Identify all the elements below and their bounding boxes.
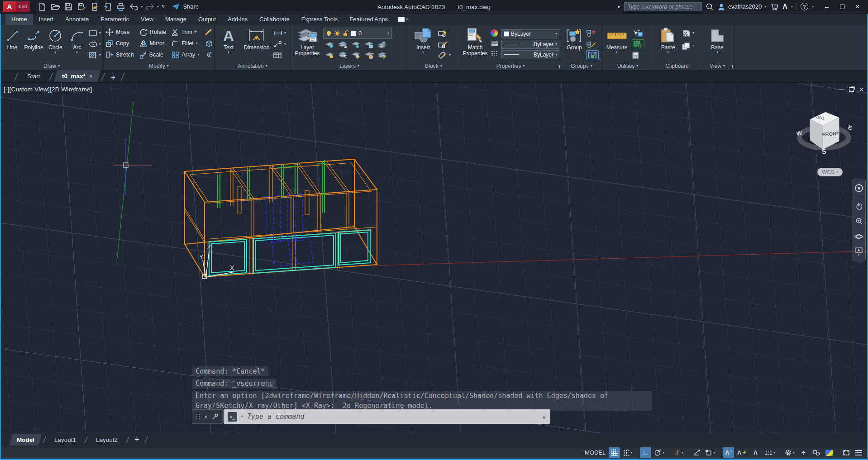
polyline-button[interactable]: Polyline — [24, 27, 44, 62]
panel-label-view[interactable]: View▾ — [700, 62, 734, 70]
circle-dropdown[interactable]: ▾ — [54, 51, 56, 54]
tab-express-tools[interactable]: Express Tools — [296, 14, 344, 25]
object-color-dropdown[interactable]: ByLayer ▾ — [501, 29, 559, 38]
panel-label-utilities[interactable]: Utilities▾ — [601, 62, 654, 70]
show-motion-icon[interactable]: ▾ — [853, 245, 864, 259]
insert-dropdown[interactable]: ▾ — [422, 51, 424, 54]
tab-output[interactable]: Output — [192, 14, 222, 25]
panel-label-groups[interactable]: Groups▾ — [562, 62, 601, 70]
tab-layout2[interactable]: Layout2 — [90, 434, 124, 446]
layer-properties-button[interactable]: Layer Properties — [293, 27, 321, 62]
layer-freeze-button[interactable] — [349, 40, 362, 49]
wcs-dropdown[interactable]: WCS ▿ — [817, 168, 843, 176]
ribbon-display-toggle[interactable]: ▾ — [398, 14, 408, 25]
ortho-mode-toggle[interactable]: ∟ — [640, 447, 651, 458]
tab-parametric[interactable]: Parametric — [95, 14, 135, 25]
rectangle-button[interactable]: ▾ — [89, 28, 101, 38]
panel-label-block[interactable]: Block▾ — [408, 62, 459, 70]
scale-button[interactable]: Scale — [139, 50, 167, 60]
table-button[interactable] — [273, 50, 286, 60]
save-as-button[interactable] — [76, 1, 88, 12]
trim-dropdown[interactable]: ▾ — [195, 30, 196, 34]
leader-dropdown[interactable]: ▾ — [284, 43, 286, 46]
infocenter-arrow[interactable]: ▸ — [618, 4, 620, 9]
ellipse-button[interactable]: ▾ — [89, 39, 101, 49]
copy-clip-button[interactable]: ▾ — [681, 41, 694, 51]
autocad-logo[interactable]: A CAD — [0, 0, 30, 14]
tab-manage[interactable]: Manage — [159, 14, 192, 25]
dimension-button[interactable]: Dimension — [242, 27, 271, 62]
hatch-button[interactable]: ▾ — [89, 50, 101, 60]
group-edit-button[interactable] — [586, 39, 599, 49]
cart-icon[interactable] — [770, 3, 779, 11]
command-close-icon[interactable]: × — [204, 413, 208, 420]
polar-tracking-toggle[interactable]: ▾ — [653, 447, 666, 458]
layer-unlock-button[interactable] — [362, 51, 376, 60]
tab-annotate[interactable]: Annotate — [59, 14, 95, 25]
open-from-web-button[interactable] — [89, 1, 101, 12]
help-dropdown[interactable]: ▾ — [812, 5, 814, 9]
rectangle-dropdown[interactable]: ▾ — [99, 31, 101, 35]
properties-launcher-icon[interactable] — [557, 65, 560, 68]
tab-layout1[interactable]: Layout1 — [48, 434, 82, 446]
navigation-wheel-icon[interactable] — [853, 181, 864, 195]
explode-button[interactable] — [205, 38, 214, 48]
user-account[interactable]: evafrias2020 ▾ — [717, 3, 766, 11]
plot-button[interactable] — [115, 1, 127, 12]
view-cube[interactable]: TOP FRONT W E S — [794, 108, 854, 162]
save-to-web-button[interactable] — [102, 1, 114, 12]
redo-dropdown[interactable]: ▾ — [157, 5, 159, 9]
edit-attributes-dropdown[interactable]: ▾ — [449, 53, 451, 57]
redo-button[interactable] — [144, 1, 156, 12]
arc-dropdown[interactable]: ▾ — [76, 51, 78, 54]
layer-on-button[interactable] — [323, 51, 336, 60]
orbit-icon[interactable] — [853, 230, 864, 243]
dock-grip-icon[interactable] — [196, 414, 200, 419]
tab-collaborate[interactable]: Collaborate — [253, 14, 296, 25]
quick-select-button[interactable] — [632, 28, 644, 38]
layer-dropdown-caret[interactable]: ▾ — [387, 32, 389, 35]
autodesk-dropdown[interactable]: ▾ — [791, 5, 793, 9]
create-block-button[interactable] — [438, 28, 451, 38]
file-tab-start[interactable]: Start — [21, 70, 47, 82]
new-drawing-tab-button[interactable]: + — [110, 73, 115, 82]
mirror-button[interactable]: Mirror — [139, 38, 167, 48]
tab-home[interactable]: Home — [5, 14, 33, 25]
stretch-button[interactable]: Stretch — [105, 50, 134, 60]
annotation-scale-current[interactable]: Λ — [750, 447, 761, 458]
annotation-visibility-toggle[interactable]: Λ° — [723, 447, 734, 458]
open-file-button[interactable] — [49, 1, 62, 12]
annotation-autoscale-toggle[interactable]: Λ⚡ — [735, 447, 749, 458]
trim-button[interactable]: Trim▾ — [172, 27, 199, 37]
rotate-button[interactable]: Rotate — [139, 27, 167, 37]
array-button[interactable]: Array▾ — [172, 50, 199, 60]
layer-make-current-button[interactable] — [376, 40, 389, 49]
panel-label-modify[interactable]: Modify▾ — [104, 62, 214, 70]
tab-add-ins[interactable]: Add-ins — [222, 14, 253, 25]
panel-label-layers[interactable]: Layers▾ — [291, 62, 408, 70]
annotation-scale-value[interactable]: 1:1▾ — [763, 447, 777, 458]
base-button[interactable]: Base ▾ — [706, 27, 729, 62]
copy-clip-dropdown[interactable]: ▾ — [692, 44, 694, 47]
isometric-drafting-toggle[interactable]: ▾ — [672, 447, 685, 458]
layer-thaw-button[interactable] — [349, 51, 362, 60]
view-launcher-icon[interactable] — [730, 65, 733, 68]
lineweight-dropdown[interactable]: ByLayer ▾ — [501, 40, 559, 49]
arc-button[interactable]: Arc ▾ — [67, 27, 87, 62]
save-button[interactable] — [62, 1, 75, 12]
offset-button[interactable] — [205, 50, 214, 60]
paste-button[interactable]: Paste ▾ — [657, 27, 679, 62]
ellipse-dropdown[interactable]: ▾ — [99, 43, 101, 46]
quick-calculator-button[interactable] — [632, 50, 644, 60]
fillet-dropdown[interactable]: ▾ — [196, 42, 198, 45]
tab-view[interactable]: View — [135, 14, 159, 25]
tab-featured-apps[interactable]: Featured Apps — [343, 14, 394, 25]
undo-button[interactable] — [128, 1, 140, 12]
edit-block-button[interactable] — [438, 39, 451, 49]
fillet-button[interactable]: Fillet▾ — [172, 38, 199, 48]
leader-button[interactable]: ▾ — [273, 39, 286, 49]
file-tab-close-icon[interactable]: × — [89, 73, 92, 80]
layer-match-button[interactable] — [376, 51, 389, 60]
help-button[interactable]: ? — [801, 3, 808, 10]
layer-lock-button[interactable] — [362, 40, 376, 49]
